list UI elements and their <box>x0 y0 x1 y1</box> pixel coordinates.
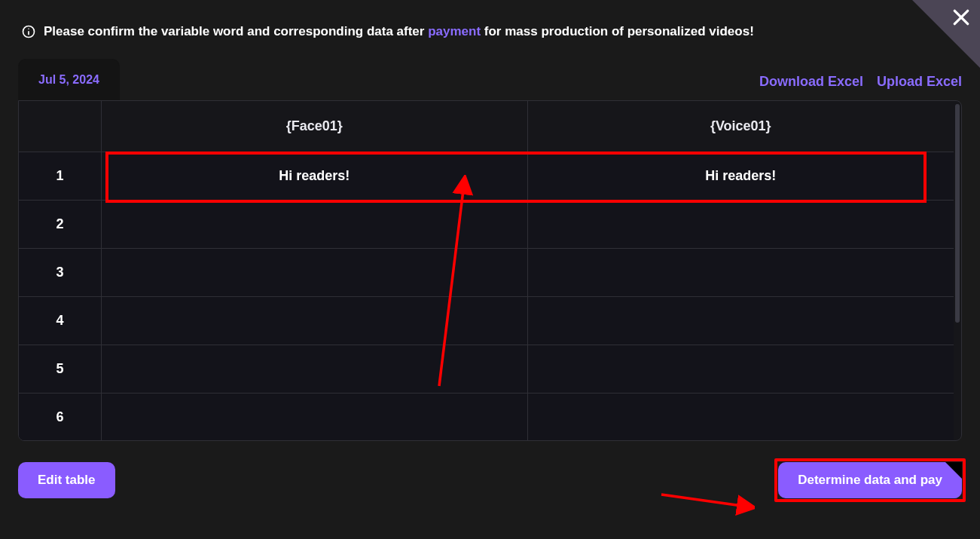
table-cell[interactable] <box>102 297 528 345</box>
table-cell[interactable] <box>102 249 528 297</box>
toolbar-actions: Download Excel Upload Excel <box>759 74 962 90</box>
table-cell[interactable] <box>102 345 528 394</box>
pay-button-wrap: Determine data and pay <box>778 462 962 498</box>
toolbar: Jul 5, 2024 Download Excel Upload Excel <box>0 59 980 100</box>
download-excel-link[interactable]: Download Excel <box>759 74 863 90</box>
determine-and-pay-button[interactable]: Determine data and pay <box>778 462 962 498</box>
table-cell[interactable] <box>528 249 954 297</box>
date-tab[interactable]: Jul 5, 2024 <box>18 59 120 100</box>
data-table: {Face01} {Voice01} 1 Hi readers! Hi read… <box>18 100 962 441</box>
info-text-pre: Please confirm the variable word and cor… <box>44 24 424 38</box>
info-banner: Please confirm the variable word and cor… <box>0 0 980 54</box>
table-cell[interactable] <box>102 201 528 249</box>
table-cell[interactable] <box>528 297 954 345</box>
table-header-col1: {Face01} <box>102 101 528 152</box>
info-icon <box>21 24 36 39</box>
table-header-col2: {Voice01} <box>528 101 954 152</box>
table-row-num: 2 <box>19 201 102 249</box>
table-row-num: 1 <box>19 152 102 201</box>
table-row-num: 5 <box>19 345 102 394</box>
upload-excel-link[interactable]: Upload Excel <box>877 74 962 90</box>
table-cell[interactable] <box>528 345 954 394</box>
pay-button-label: Determine data and pay <box>798 473 942 487</box>
table-cell[interactable]: Hi readers! <box>102 152 528 201</box>
svg-point-4 <box>28 28 29 29</box>
edit-table-button[interactable]: Edit table <box>18 462 115 498</box>
footer: Edit table Determine data and pay <box>0 441 980 498</box>
table-row-num: 3 <box>19 249 102 297</box>
table-cell[interactable] <box>528 394 954 441</box>
table-row-num: 6 <box>19 394 102 441</box>
info-text-em: payment <box>428 24 481 38</box>
scrollbar-thumb[interactable] <box>955 104 960 323</box>
table-cell[interactable]: Hi readers! <box>528 152 954 201</box>
info-text-post: for mass production of personalized vide… <box>484 24 754 38</box>
info-text: Please confirm the variable word and cor… <box>44 24 754 39</box>
table-cell[interactable] <box>102 394 528 441</box>
close-icon[interactable] <box>951 8 971 31</box>
table-header-blank <box>19 101 102 152</box>
fold-corner-decoration <box>945 462 962 479</box>
table-cell[interactable] <box>528 201 954 249</box>
table-row-num: 4 <box>19 297 102 345</box>
